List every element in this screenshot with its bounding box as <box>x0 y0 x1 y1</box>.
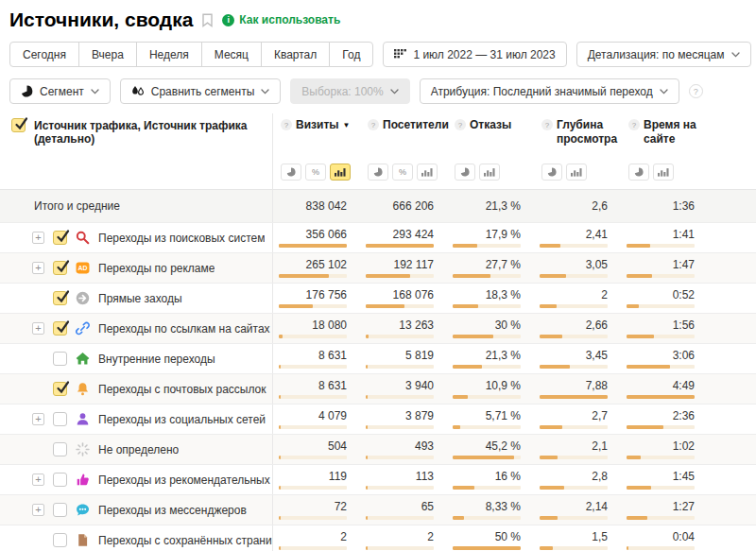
metric-bar-track <box>279 365 347 369</box>
metric-cell: 0:52 <box>621 284 708 313</box>
metric-bar-track <box>279 546 347 550</box>
expand-button[interactable]: + <box>32 322 44 335</box>
metric-cell: 4:49 <box>621 374 708 404</box>
row-checkbox[interactable] <box>53 503 67 517</box>
expand-button[interactable]: + <box>32 262 44 274</box>
metric-value: 8 631 <box>279 379 347 392</box>
bar-toggle-icon[interactable] <box>566 164 587 181</box>
source-label[interactable]: Внутренние переходы <box>98 353 215 366</box>
expand-button[interactable]: + <box>32 232 44 244</box>
compare-segments-icon <box>131 85 145 97</box>
metric-cell: 2 <box>534 284 621 313</box>
select-all-checkbox[interactable] <box>11 118 26 132</box>
column-header-2[interactable]: ?Отказы <box>455 118 528 152</box>
metric-bar-fill <box>366 456 368 459</box>
table-header: Источник трафика, Источник трафика (дета… <box>0 113 756 189</box>
period-button-2[interactable]: Неделя <box>136 42 202 67</box>
period-button-5[interactable]: Год <box>329 42 373 67</box>
detail-dropdown[interactable]: Детализация: по месяцам <box>576 42 751 67</box>
attribution-help-icon[interactable]: ? <box>689 84 703 98</box>
metric-cell: 8 631 <box>273 374 360 404</box>
row-checkbox[interactable] <box>53 261 67 275</box>
metric-bar-fill <box>453 546 521 550</box>
metric-bar-track <box>453 304 521 308</box>
period-button-3[interactable]: Месяц <box>201 42 262 67</box>
metric-cell: 504 <box>273 435 360 464</box>
home-icon <box>76 352 90 366</box>
metric-bar-track <box>366 274 434 278</box>
source-label[interactable]: Прямые заходы <box>98 292 182 305</box>
percent-toggle-icon[interactable]: % <box>305 164 326 181</box>
dimension-header-label[interactable]: Источник трафика, Источник трафика (дета… <box>34 118 272 146</box>
pie-toggle-icon[interactable] <box>628 164 649 181</box>
bar-toggle-icon[interactable] <box>653 164 674 181</box>
metric-bar-track <box>627 244 695 248</box>
pie-toggle-icon[interactable] <box>281 164 301 181</box>
row-checkbox[interactable] <box>53 231 67 245</box>
chevron-down-icon <box>731 52 740 58</box>
period-button-4[interactable]: Квартал <box>261 42 330 67</box>
how-to-use-link[interactable]: i Как использовать <box>222 13 340 26</box>
pie-toggle-icon[interactable] <box>541 164 562 181</box>
bar-toggle-icon[interactable] <box>479 164 500 181</box>
metric-value: 2,66 <box>540 319 608 332</box>
pie-toggle-icon[interactable] <box>368 164 388 181</box>
metric-bar-fill <box>279 425 281 429</box>
expand-button[interactable]: + <box>32 474 44 486</box>
source-label[interactable]: Переходы из поисковых систем <box>98 232 265 245</box>
metric-bar-track <box>279 395 347 399</box>
bar-toggle-icon[interactable] <box>330 164 351 181</box>
row-checkbox[interactable] <box>53 291 67 305</box>
saved-pages-icon <box>76 533 90 547</box>
pie-toggle-icon[interactable] <box>455 164 475 181</box>
source-label[interactable]: Переходы из мессенджеров <box>98 504 247 517</box>
date-range-button[interactable]: 1 июл 2022 — 31 июл 2023 <box>383 42 566 67</box>
percent-toggle-icon[interactable]: % <box>392 164 413 181</box>
row-checkbox[interactable] <box>53 382 67 396</box>
metric-bar-track <box>453 335 521 338</box>
period-button-0[interactable]: Сегодня <box>9 42 79 67</box>
metric-bar-track <box>279 486 347 490</box>
row-checkbox[interactable] <box>53 473 67 487</box>
compare-segments-dropdown[interactable]: Сравнить сегменты <box>120 78 282 104</box>
row-checkbox[interactable] <box>53 352 67 366</box>
calendar-icon <box>394 49 406 60</box>
bookmark-icon[interactable] <box>201 13 214 27</box>
period-button-1[interactable]: Вчера <box>78 42 137 67</box>
segment-dropdown[interactable]: Сегмент <box>9 78 111 104</box>
metric-bar-track <box>540 244 608 248</box>
expand-button[interactable]: + <box>32 413 44 425</box>
metric-cell: 0:04 <box>621 525 708 551</box>
attribution-dropdown[interactable]: Атрибуция: Последний значимый переход <box>420 78 679 104</box>
source-label[interactable]: Не определено <box>98 443 179 456</box>
metric-cell: 176 756 <box>273 284 360 313</box>
metric-cell: 1,5 <box>534 525 621 551</box>
source-label[interactable]: Переходы из социальных сетей <box>98 413 266 426</box>
metric-cell: 493 <box>360 435 447 464</box>
row-checkbox[interactable] <box>53 442 67 456</box>
metric-value: 8,33 % <box>453 500 521 513</box>
source-label[interactable]: Переходы с почтовых рассылок <box>98 383 266 396</box>
expand-button[interactable]: + <box>32 504 44 516</box>
row-checkbox[interactable] <box>53 321 67 336</box>
metric-bar-fill <box>453 244 477 248</box>
search-icon <box>76 231 90 245</box>
metric-value: 17,9 % <box>453 228 521 241</box>
source-label[interactable]: Переходы из рекомендательных систем <box>98 474 272 487</box>
source-label[interactable]: Переходы по рекламе <box>98 262 215 275</box>
row-checkbox[interactable] <box>53 533 67 547</box>
metric-bar-fill <box>279 516 281 520</box>
column-header-0[interactable]: ?Визиты▼ <box>281 118 354 152</box>
metric-cell: 30 % <box>447 314 534 343</box>
column-header-1[interactable]: ?Посетители <box>368 118 441 152</box>
row-checkbox[interactable] <box>53 412 67 426</box>
source-label[interactable]: Переходы по ссылкам на сайтах <box>98 322 270 336</box>
sample-dropdown[interactable]: Выборка: 100% <box>290 78 409 104</box>
bar-toggle-icon[interactable] <box>417 164 438 181</box>
column-header-4[interactable]: ?Время на сайте <box>628 118 702 152</box>
column-header-3[interactable]: ?Глубина просмотра <box>541 118 615 152</box>
source-label[interactable]: Переходы с сохранённых страниц <box>98 534 272 547</box>
metric-value: 838 042 <box>279 199 347 213</box>
table-row: +ADПереходы по рекламе265 102192 11727,7… <box>0 253 756 284</box>
metric-bar-fill <box>540 395 608 399</box>
